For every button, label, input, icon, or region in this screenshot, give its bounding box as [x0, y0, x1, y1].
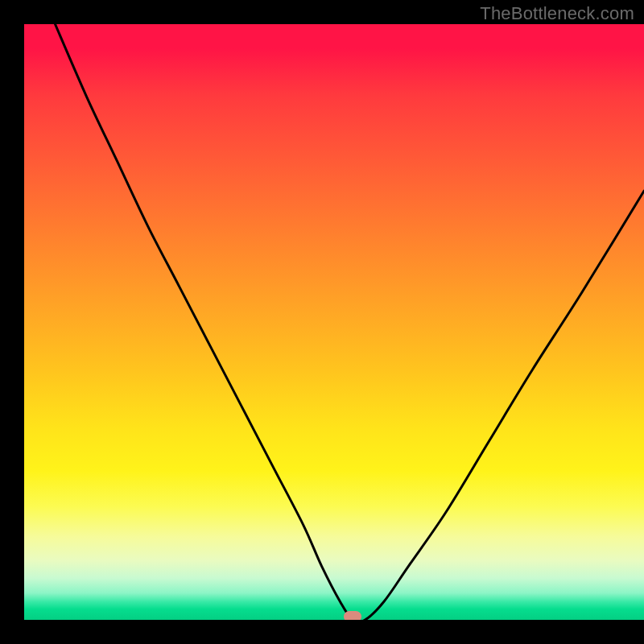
curve-path [56, 24, 645, 620]
chart-frame: TheBottleneck.com [0, 0, 644, 644]
plot-area [24, 24, 644, 620]
watermark-text: TheBottleneck.com [480, 3, 634, 24]
bottleneck-curve [24, 24, 644, 620]
optimal-point-marker [344, 611, 361, 620]
